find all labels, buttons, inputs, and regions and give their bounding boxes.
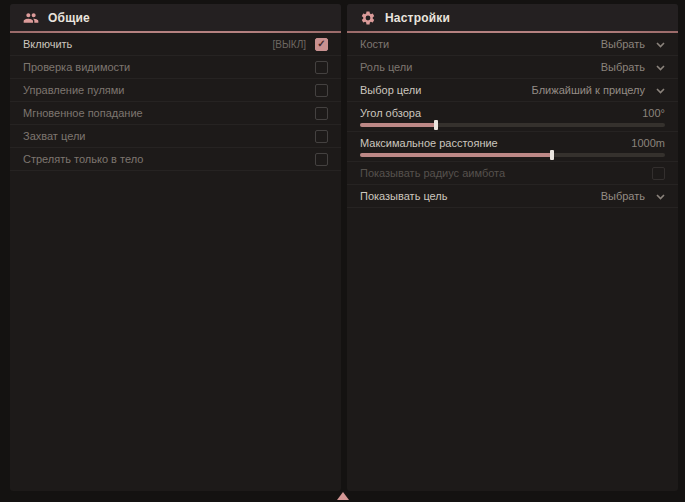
row-enable-label: Включить: [23, 38, 273, 50]
panel-settings-title: Настройки: [385, 11, 450, 25]
users-icon: [23, 10, 39, 26]
show-radius-checkbox[interactable]: ✓: [652, 167, 665, 180]
row-max-distance-label: Максимальное расстояние: [360, 137, 631, 149]
row-fov-label: Угол обзора: [360, 107, 642, 119]
gear-icon: [360, 10, 376, 26]
row-show-radius-label: Показывать радиус аимбота: [360, 167, 652, 179]
body-only-checkbox[interactable]: ✓: [315, 153, 328, 166]
show-target-dropdown-value[interactable]: Выбрать: [601, 190, 645, 202]
row-target-role-label: Роль цели: [360, 61, 601, 73]
chevron-down-icon[interactable]: [656, 40, 665, 49]
row-target-lock-label: Захват цели: [23, 130, 315, 142]
target-role-dropdown-value[interactable]: Выбрать: [601, 61, 645, 73]
row-show-target-label: Показывать цель: [360, 190, 601, 202]
fov-slider-fill: [360, 123, 436, 127]
row-visibility-check-label: Проверка видимости: [23, 61, 315, 73]
row-target-selection-label: Выбор цели: [360, 84, 532, 96]
fov-slider[interactable]: [360, 123, 665, 127]
row-bones-label: Кости: [360, 38, 601, 50]
panel-settings-header: Настройки: [347, 4, 678, 31]
row-target-role[interactable]: Роль цели Выбрать: [347, 56, 678, 79]
chevron-down-icon[interactable]: [656, 63, 665, 72]
fov-value: 100°: [642, 107, 665, 119]
max-distance-slider[interactable]: [360, 153, 665, 157]
row-show-target[interactable]: Показывать цель Выбрать: [347, 185, 678, 208]
bones-dropdown-value[interactable]: Выбрать: [601, 38, 645, 50]
max-distance-slider-thumb[interactable]: [550, 150, 554, 160]
instant-hit-checkbox[interactable]: ✓: [315, 107, 328, 120]
panel-general-title: Общие: [48, 11, 90, 25]
fov-slider-thumb[interactable]: [434, 120, 438, 130]
chevron-down-icon[interactable]: [656, 86, 665, 95]
target-lock-checkbox[interactable]: ✓: [315, 130, 328, 143]
row-instant-hit[interactable]: Мгновенное попадание ✓: [10, 102, 341, 125]
row-fov: Угол обзора 100°: [347, 102, 678, 132]
row-visibility-check[interactable]: Проверка видимости ✓: [10, 56, 341, 79]
row-target-selection[interactable]: Выбор цели Ближайший к прицелу: [347, 79, 678, 102]
row-body-only-label: Стрелять только в тело: [23, 153, 315, 165]
row-max-distance: Максимальное расстояние 1000m: [347, 132, 678, 162]
scroll-up-indicator[interactable]: [337, 492, 349, 500]
panel-general: Общие Включить [ВЫКЛ] ✓ Проверка видимос…: [10, 4, 341, 491]
check-icon: ✓: [317, 39, 325, 49]
row-bones[interactable]: Кости Выбрать: [347, 33, 678, 56]
row-body-only[interactable]: Стрелять только в тело ✓: [10, 148, 341, 171]
row-target-lock[interactable]: Захват цели ✓: [10, 125, 341, 148]
enable-checkbox[interactable]: ✓: [315, 38, 328, 51]
hotkey-label[interactable]: [ВЫКЛ]: [273, 39, 306, 50]
row-bullet-control[interactable]: Управление пулями ✓: [10, 79, 341, 102]
max-distance-value: 1000m: [631, 137, 665, 149]
row-show-radius[interactable]: Показывать радиус аимбота ✓: [347, 162, 678, 185]
mod-menu-window: Общие Включить [ВЫКЛ] ✓ Проверка видимос…: [0, 0, 685, 502]
max-distance-slider-fill: [360, 153, 552, 157]
row-enable[interactable]: Включить [ВЫКЛ] ✓: [10, 33, 341, 56]
target-selection-dropdown-value[interactable]: Ближайший к прицелу: [532, 84, 645, 96]
panel-general-header: Общие: [10, 4, 341, 31]
panel-settings: Настройки Кости Выбрать Роль цели Выбрат…: [347, 4, 678, 491]
bullet-control-checkbox[interactable]: ✓: [315, 84, 328, 97]
row-bullet-control-label: Управление пулями: [23, 84, 315, 96]
row-instant-hit-label: Мгновенное попадание: [23, 107, 315, 119]
visibility-check-checkbox[interactable]: ✓: [315, 61, 328, 74]
chevron-down-icon[interactable]: [656, 192, 665, 201]
